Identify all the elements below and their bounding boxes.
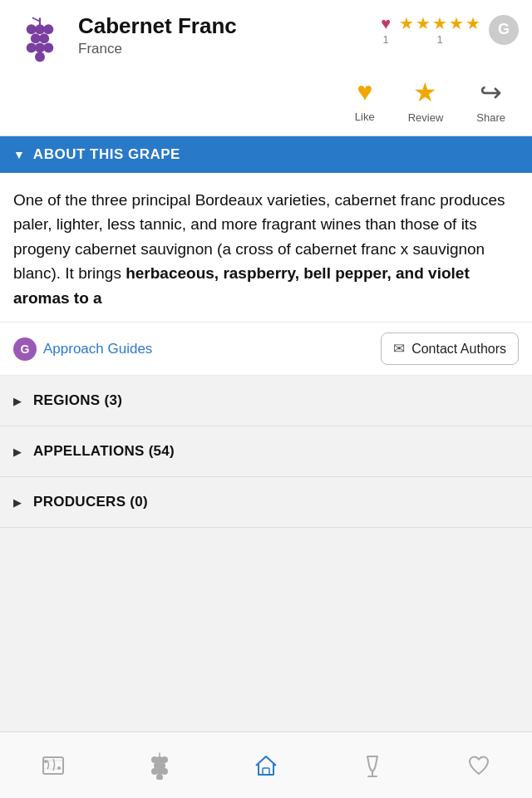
section-collapse-arrow: ▼ [13, 148, 25, 161]
action-row: ♥ Like ★ Review ↪ Share [13, 66, 519, 135]
svg-point-2 [27, 24, 37, 34]
regions-row[interactable]: ▶ REGIONS (3) [0, 376, 532, 426]
svg-point-3 [35, 24, 45, 34]
bottom-nav [0, 732, 532, 798]
star4: ★ [449, 13, 464, 33]
appellations-arrow: ▶ [13, 446, 22, 458]
like-count: 1 [382, 33, 388, 46]
approach-guides-badge: G [13, 337, 37, 361]
expand-sections: ▶ REGIONS (3) ▶ APPELLATIONS (54) ▶ PROD… [0, 376, 532, 528]
star1: ★ [399, 13, 414, 33]
share-label: Share [476, 111, 505, 124]
appellations-row[interactable]: ▶ APPELLATIONS (54) [0, 426, 532, 477]
section-title: ABOUT THIS GRAPE [33, 146, 180, 163]
svg-point-6 [39, 33, 49, 43]
star3: ★ [432, 13, 447, 33]
header: Cabernet Franc France ♥ 1 ★ ★ ★ ★ ★ [0, 0, 532, 136]
heart-icon-small: ♥ [381, 14, 391, 33]
grape-name: Cabernet Franc [78, 13, 369, 39]
about-section-header[interactable]: ▼ ABOUT THIS GRAPE [0, 136, 532, 173]
wine-icon [360, 753, 385, 778]
svg-point-22 [161, 768, 168, 775]
stars-row: ★ ★ ★ ★ ★ [399, 13, 480, 33]
map-icon [41, 753, 66, 778]
nav-wine[interactable] [319, 753, 426, 778]
header-ratings: ♥ 1 ★ ★ ★ ★ ★ 1 G [381, 13, 519, 46]
grape-nav-icon [147, 751, 172, 780]
nav-grape[interactable] [106, 751, 213, 780]
grape-info: Cabernet Franc France [78, 13, 369, 57]
author-row: G Approach Guides ✉ Contact Authors [0, 322, 532, 376]
review-button[interactable]: ★ Review [408, 76, 444, 124]
share-icon: ↪ [480, 76, 502, 108]
like-heart-icon: ♥ [357, 76, 372, 107]
contact-authors-button[interactable]: ✉ Contact Authors [381, 332, 519, 365]
g-badge-header: G [489, 15, 519, 45]
like-label: Like [355, 111, 375, 123]
mail-icon: ✉ [393, 340, 405, 357]
star-count-display: ★ ★ ★ ★ ★ 1 [399, 13, 480, 46]
description-area: One of the three principal Bordeaux vari… [0, 173, 532, 322]
grape-description: One of the three principal Bordeaux vari… [13, 188, 519, 310]
review-label: Review [408, 111, 444, 124]
svg-point-9 [43, 42, 53, 52]
nav-heart[interactable] [426, 753, 532, 778]
review-count: 1 [436, 33, 442, 46]
contact-label: Contact Authors [411, 342, 506, 357]
svg-point-19 [159, 762, 165, 769]
svg-line-1 [32, 17, 40, 21]
producers-arrow: ▶ [13, 496, 22, 509]
nav-map[interactable] [0, 753, 106, 778]
producers-label: PRODUCERS (0) [33, 494, 148, 510]
svg-point-7 [27, 42, 37, 52]
heart-nav-icon [466, 753, 491, 778]
home-icon [254, 753, 278, 778]
like-button[interactable]: ♥ Like [355, 76, 375, 124]
regions-label: REGIONS (3) [33, 392, 122, 409]
like-count-display: ♥ 1 [381, 14, 391, 46]
svg-rect-24 [263, 768, 269, 775]
svg-point-17 [161, 756, 168, 763]
regions-arrow: ▶ [13, 395, 22, 407]
appellations-label: APPELLATIONS (54) [33, 443, 175, 460]
review-star-icon: ★ [413, 76, 437, 108]
svg-point-4 [43, 24, 53, 34]
star5: ★ [466, 13, 480, 33]
nav-home[interactable] [213, 753, 319, 778]
approach-guides[interactable]: G Approach Guides [13, 337, 152, 361]
grape-origin: France [78, 41, 369, 57]
grape-icon [13, 13, 66, 66]
share-button[interactable]: ↪ Share [476, 76, 505, 124]
star2: ★ [416, 13, 431, 33]
svg-point-23 [156, 774, 163, 780]
svg-point-10 [35, 52, 45, 62]
approach-guides-label: Approach Guides [43, 341, 152, 357]
producers-row[interactable]: ▶ PRODUCERS (0) [0, 477, 532, 527]
svg-point-8 [35, 42, 45, 52]
svg-point-5 [31, 33, 41, 43]
